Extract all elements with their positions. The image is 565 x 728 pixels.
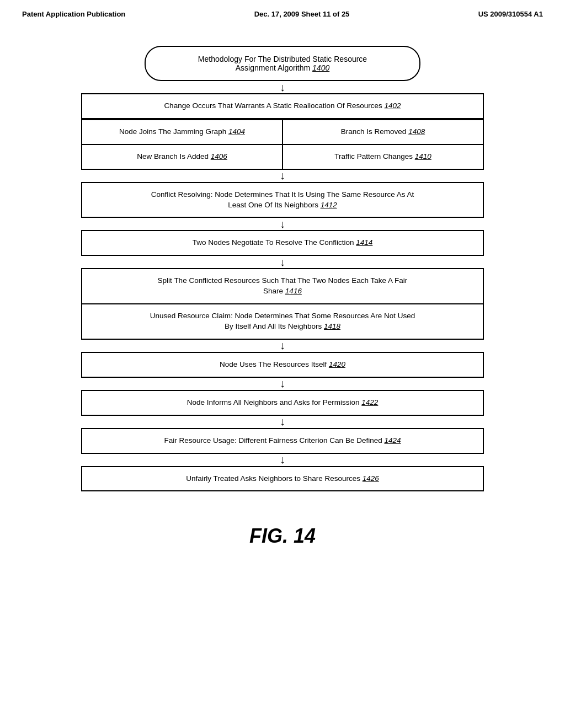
header-left: Patent Application Publication bbox=[22, 10, 125, 18]
arrow-3: ↓ bbox=[280, 218, 285, 230]
split-pair-1404-1410: Node Joins The Jamming Graph 1404 Branch… bbox=[81, 119, 484, 170]
title-line1: Methodology For The Distributed Static R… bbox=[198, 55, 367, 63]
title-num: 1400 bbox=[312, 63, 329, 72]
box-1402-text: Change Occurs That Warrants A Static Rea… bbox=[164, 101, 401, 110]
box-1406: New Branch Is Added 1406 bbox=[82, 145, 283, 169]
box-1412: Conflict Resolving: Node Determines That… bbox=[81, 182, 484, 218]
box-1418: Unused Resource Claim: Node Determines T… bbox=[81, 304, 484, 340]
title-line2: Assignment Algorithm bbox=[236, 63, 310, 72]
diagram-container: Methodology For The Distributed Static R… bbox=[0, 24, 565, 502]
header-right: US 2009/310554 A1 bbox=[478, 10, 543, 18]
box-1408: Branch Is Removed 1408 bbox=[283, 120, 483, 144]
box-1426: Unfairly Treated Asks Neighbors to Share… bbox=[81, 466, 484, 492]
arrow-4: ↓ bbox=[280, 256, 285, 268]
box-1420: Node Uses The Resources Itself 1420 bbox=[81, 352, 484, 378]
header-middle: Dec. 17, 2009 Sheet 11 of 25 bbox=[254, 10, 350, 18]
arrow-5: ↓ bbox=[280, 340, 285, 352]
box-1424: Fair Resource Usage: Different Fairness … bbox=[81, 428, 484, 454]
title-box: Methodology For The Distributed Static R… bbox=[145, 46, 420, 81]
arrow-1: ↓ bbox=[280, 81, 285, 93]
box-1404: Node Joins The Jamming Graph 1404 bbox=[82, 120, 283, 144]
arrow-8: ↓ bbox=[280, 454, 285, 466]
box-1422: Node Informs All Neighbors and Asks for … bbox=[81, 390, 484, 416]
page-header: Patent Application Publication Dec. 17, … bbox=[0, 0, 565, 24]
box-1410: Traffic Pattern Changes 1410 bbox=[283, 145, 483, 169]
split-row-1404-1408: Node Joins The Jamming Graph 1404 Branch… bbox=[82, 120, 483, 144]
arrow-6: ↓ bbox=[280, 378, 285, 390]
box-1414: Two Nodes Negotiate To Resolve The Confl… bbox=[81, 230, 484, 256]
split-row-1406-1410: New Branch Is Added 1406 Traffic Pattern… bbox=[82, 144, 483, 169]
box-1402: Change Occurs That Warrants A Static Rea… bbox=[81, 93, 484, 119]
box-1416: Split The Conflicted Resources Such That… bbox=[81, 268, 484, 304]
arrow-7: ↓ bbox=[280, 416, 285, 428]
arrow-2: ↓ bbox=[280, 170, 285, 182]
fig-label: FIG. 14 bbox=[0, 524, 565, 559]
